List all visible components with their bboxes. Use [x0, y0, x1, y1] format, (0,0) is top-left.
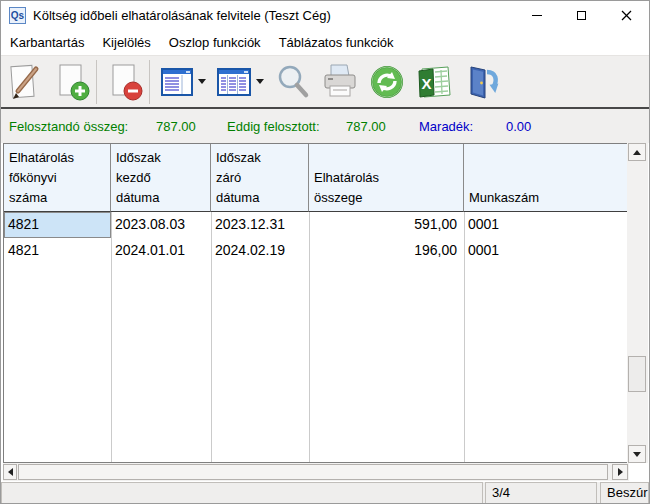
close-icon: [621, 10, 632, 21]
vertical-scroll-thumb[interactable]: [628, 356, 646, 392]
minimize-icon: [532, 15, 542, 16]
cell[interactable]: 2024.01.01: [111, 238, 211, 264]
summary-bar: Felosztandó összeg: 787.00 Eddig feloszt…: [1, 109, 649, 143]
table-row: 4821 2023.08.03 2023.12.31 591,00 0001: [4, 212, 628, 238]
col-header-elhatarolas-osszege[interactable]: Elhatárolás összege: [309, 144, 464, 212]
arrow-down-icon: [633, 452, 641, 457]
exit-button[interactable]: [464, 59, 502, 105]
print-button[interactable]: [320, 59, 360, 105]
refresh-icon: [369, 64, 405, 100]
record-position-panel: 3/4: [485, 482, 597, 504]
list-view-button[interactable]: [160, 59, 194, 105]
col-header-idoszak-zaro-datuma[interactable]: Időszak záró dátuma: [211, 144, 309, 212]
excel-export-icon: X: [414, 64, 454, 100]
window-title: Költség időbeli elhatárolásának felvitel…: [33, 8, 331, 23]
eddig-value: 787.00: [346, 119, 386, 134]
vertical-scrollbar[interactable]: [627, 143, 648, 463]
horizontal-scrollbar[interactable]: [3, 463, 629, 481]
refresh-button[interactable]: [369, 59, 405, 105]
app-window: Qs Költség időbeli elhatárolásának felvi…: [0, 0, 650, 504]
table-row: 4821 2024.01.01 2024.02.19 196,00 0001: [4, 238, 628, 264]
maximize-icon: [577, 11, 586, 20]
arrow-right-icon: [618, 468, 623, 476]
maradek-label: Maradék:: [419, 119, 473, 134]
menu-kijeloles[interactable]: Kijelölés: [93, 35, 159, 50]
menu-bar: Karbantartás Kijelölés Oszlop funkciók T…: [1, 30, 649, 56]
grid-column-line: [464, 212, 465, 462]
svg-text:X: X: [422, 75, 432, 92]
grid-column-line: [111, 212, 112, 462]
cell[interactable]: 196,00: [309, 238, 464, 264]
scroll-left-button[interactable]: [3, 464, 17, 480]
excel-export-button[interactable]: X: [414, 59, 454, 105]
exit-icon: [464, 63, 502, 101]
scroll-right-button[interactable]: [612, 464, 628, 480]
status-message-panel: [1, 482, 483, 504]
delete-record-button[interactable]: [107, 59, 145, 105]
title-bar: Qs Költség időbeli elhatárolásának felvi…: [1, 1, 649, 30]
cell[interactable]: 4821: [4, 238, 111, 264]
new-record-button[interactable]: [54, 59, 92, 105]
eddig-label: Eddig felosztott:: [227, 119, 320, 134]
maximize-button[interactable]: [559, 1, 604, 30]
toolbar-separator: [149, 60, 150, 104]
list-view-dropdown[interactable]: [198, 79, 206, 84]
cell[interactable]: 2023.08.03: [111, 212, 211, 238]
list-view-icon: [160, 67, 194, 97]
horizontal-scroll-thumb[interactable]: [18, 464, 608, 480]
cell[interactable]: 591,00: [309, 212, 464, 238]
menu-tablazatos-funkciok[interactable]: Táblázatos funkciók: [270, 35, 403, 50]
toolbar: X: [1, 56, 649, 109]
data-grid: Elhatárolás főkönyvi száma Időszak kezdő…: [3, 143, 629, 463]
maradek-value: 0.00: [506, 119, 531, 134]
search-icon: [275, 64, 311, 100]
cell[interactable]: 0001: [464, 238, 628, 264]
col-header-elhatarolas-fokonyvi-szama[interactable]: Elhatárolás főkönyvi száma: [4, 144, 111, 212]
table-view-button[interactable]: [216, 59, 252, 105]
menu-karbantartas[interactable]: Karbantartás: [1, 35, 93, 50]
scroll-up-button[interactable]: [628, 143, 646, 161]
grid-header-row: Elhatárolás főkönyvi száma Időszak kezdő…: [4, 144, 628, 212]
col-header-munkaszam[interactable]: Munkaszám: [464, 144, 628, 212]
arrow-up-icon: [633, 150, 641, 155]
edit-icon: [5, 60, 45, 104]
scroll-down-button[interactable]: [628, 445, 646, 463]
felosztando-value: 787.00: [156, 119, 196, 134]
table-view-icon: [216, 67, 252, 97]
grid-column-line: [309, 212, 310, 462]
toolbar-separator: [96, 60, 97, 104]
arrow-left-icon: [8, 468, 13, 476]
edit-button[interactable]: [5, 59, 45, 105]
cell-selected[interactable]: 4821: [4, 212, 111, 238]
delete-icon: [107, 60, 145, 104]
grid-column-line: [211, 212, 212, 462]
felosztando-label: Felosztandó összeg:: [9, 119, 128, 134]
table-view-dropdown[interactable]: [256, 79, 264, 84]
app-icon: Qs: [9, 7, 26, 24]
close-button[interactable]: [604, 1, 649, 30]
cell[interactable]: 2024.02.19: [211, 238, 309, 264]
menu-oszlop-funkciok[interactable]: Oszlop funkciók: [160, 35, 270, 50]
print-icon: [320, 62, 360, 102]
new-icon: [54, 60, 92, 104]
window-controls: [514, 1, 649, 30]
status-bar: 3/4 Beszúr: [1, 482, 649, 504]
minimize-button[interactable]: [514, 1, 559, 30]
col-header-idoszak-kezdo-datuma[interactable]: Időszak kezdő dátuma: [111, 144, 211, 212]
search-button[interactable]: [275, 59, 311, 105]
cell[interactable]: 0001: [464, 212, 628, 238]
insert-mode-panel: Beszúr: [600, 482, 649, 504]
cell[interactable]: 2023.12.31: [211, 212, 309, 238]
